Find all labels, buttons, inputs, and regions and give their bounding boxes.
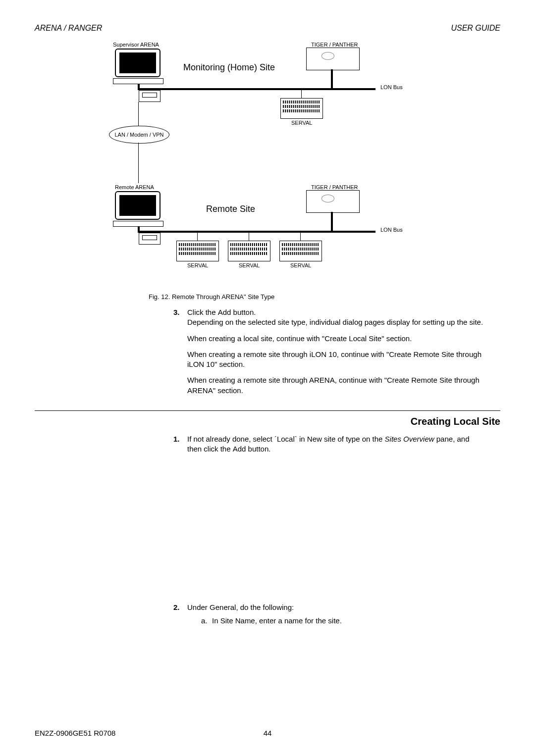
lon-bus-label-bottom: LON Bus [380, 227, 403, 233]
remote-monitor-icon [115, 191, 162, 230]
remote-site-title: Remote Site [206, 204, 255, 214]
instruction-step-1: 1. If not already done, select ´Local` i… [173, 434, 485, 454]
page-footer: EN2Z-0906GE51 R0708 44 [35, 729, 500, 737]
lan-modem-vpn-node: LAN / Modem / VPN [109, 126, 169, 144]
serval-label-b2: SERVAL [239, 262, 260, 268]
supervisor-monitor-icon [115, 49, 162, 87]
serval-label-b1: SERVAL [187, 262, 208, 268]
remote-arena-label: Remote ARENA [115, 184, 154, 190]
footer-doc-id: EN2Z-0906GE51 R0708 [35, 729, 190, 737]
keyboard-icon-2 [139, 233, 160, 245]
tiger-panther-label-bottom: TIGER / PANTHER [311, 184, 358, 190]
section-heading-creating-local-site: Creating Local Site [35, 416, 500, 427]
supervisor-arena-label: Supervisor ARENA [113, 42, 159, 48]
figure-caption: Fig. 12. Remote Through ARENA" Site Type [149, 293, 500, 301]
step-number: 2. [173, 603, 187, 626]
header-right: USER GUIDE [451, 24, 500, 33]
section-divider [35, 410, 500, 411]
keyboard-icon [139, 90, 160, 102]
footer-page-number: 44 [190, 729, 345, 737]
serval-box-b2 [228, 241, 270, 261]
step-number: 3. [173, 307, 187, 396]
instruction-step-3: 3. Click the Add button. Depending on th… [173, 307, 485, 396]
tiger-panther-box-bottom [306, 190, 360, 213]
instruction-step-2: 2. Under General, do the following: a. I… [173, 603, 485, 626]
serval-label-b3: SERVAL [290, 262, 311, 268]
step-3-para1: When creating a local site, continue wit… [187, 334, 485, 344]
serval-label-top: SERVAL [291, 120, 312, 126]
step-3-para2: When creating a remote site through iLON… [187, 350, 485, 370]
tiger-panther-box-top [306, 48, 360, 70]
step-number: 1. [173, 434, 187, 454]
serval-box-b3 [279, 241, 322, 261]
step-3-para3: When creating a remote site through AREN… [187, 375, 485, 396]
lon-bus-bottom [138, 231, 375, 233]
step-3-detail: Depending on the selected site type, ind… [187, 317, 485, 327]
lon-bus-top [138, 88, 375, 90]
serval-box-b1 [176, 241, 219, 261]
header-left: ARENA / RANGER [35, 24, 102, 33]
substep-a: a. In Site Name, enter a name for the si… [201, 616, 485, 626]
remote-arena-diagram: Supervisor ARENA Monitoring (Home) Site … [79, 42, 446, 289]
tiger-panther-label-top: TIGER / PANTHER [311, 42, 358, 48]
lon-bus-label-top: LON Bus [380, 84, 403, 90]
serval-box-top [280, 98, 323, 119]
monitoring-home-site-title: Monitoring (Home) Site [183, 62, 275, 73]
